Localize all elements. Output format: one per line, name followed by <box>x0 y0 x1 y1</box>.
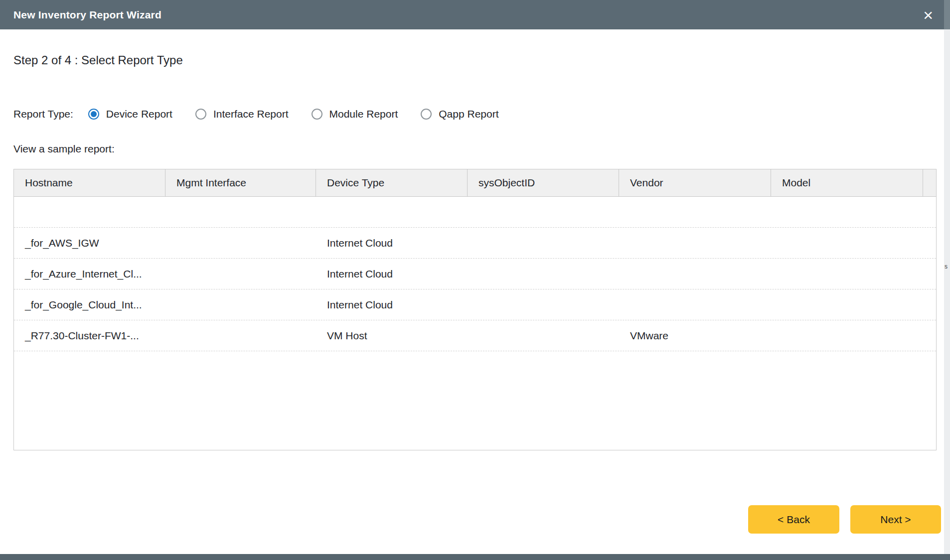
table-row: _for_Google_Cloud_Int... Internet Cloud <box>14 289 936 320</box>
table-header-row: Hostname Mgmt Interface Device Type sysO… <box>14 169 936 197</box>
cell-sysobjectid <box>468 289 619 320</box>
column-header-model[interactable]: Model <box>771 169 923 196</box>
cell-device-type: Internet Cloud <box>316 289 468 320</box>
cell-gutter <box>923 197 936 227</box>
cell-hostname <box>14 197 165 227</box>
radio-option-interface-report[interactable]: Interface Report <box>195 108 289 120</box>
cell-sysobjectid <box>468 320 619 351</box>
cell-mgmt-interface <box>165 289 316 320</box>
cell-device-type <box>316 197 468 227</box>
cell-model <box>771 197 923 227</box>
close-icon[interactable]: × <box>923 6 933 23</box>
table-row: _for_AWS_IGW Internet Cloud <box>14 228 936 259</box>
cell-vendor: VMware <box>619 320 771 351</box>
report-type-label: Report Type: <box>13 108 73 120</box>
cell-sysobjectid <box>468 259 619 289</box>
column-header-device-type[interactable]: Device Type <box>316 169 468 196</box>
cell-gutter <box>923 320 936 351</box>
report-type-row: Report Type: Device Report Interface Rep… <box>13 107 522 122</box>
table-row: _for_Azure_Internet_Cl... Internet Cloud <box>14 259 936 289</box>
radio-option-qapp-report[interactable]: Qapp Report <box>421 108 498 120</box>
column-header-vendor[interactable]: Vendor <box>619 169 771 196</box>
cell-gutter <box>923 259 936 289</box>
cell-hostname: _for_Azure_Internet_Cl... <box>14 259 165 289</box>
cell-device-type: Internet Cloud <box>316 228 468 258</box>
radio-label: Module Report <box>329 108 398 120</box>
table-body: _for_AWS_IGW Internet Cloud _for_Azure_I… <box>14 197 936 351</box>
column-header-sysobjectid[interactable]: sysObjectID <box>468 169 619 196</box>
new-inventory-report-wizard-dialog: New Inventory Report Wizard × Step 2 of … <box>0 0 944 554</box>
table-row: _R77.30-Cluster-FW1-... VM Host VMware <box>14 320 936 351</box>
dialog-title: New Inventory Report Wizard <box>13 9 923 21</box>
cell-hostname: _for_Google_Cloud_Int... <box>14 289 165 320</box>
radio-option-device-report[interactable]: Device Report <box>88 108 172 120</box>
cell-mgmt-interface <box>165 228 316 258</box>
cell-device-type: VM Host <box>316 320 468 351</box>
radio-option-module-report[interactable]: Module Report <box>312 108 398 120</box>
radio-label: Qapp Report <box>439 108 498 120</box>
table-row <box>14 197 936 228</box>
cell-hostname: _for_AWS_IGW <box>14 228 165 258</box>
app-background: s New Inventory Report Wizard × Step 2 o… <box>0 0 950 560</box>
cell-vendor <box>619 197 771 227</box>
cell-mgmt-interface <box>165 197 316 227</box>
next-button[interactable]: Next > <box>850 505 941 534</box>
cell-model <box>771 259 923 289</box>
step-heading: Step 2 of 4 : Select Report Type <box>13 53 183 67</box>
cell-vendor <box>619 228 771 258</box>
background-page-edge: s <box>944 0 950 554</box>
cell-model <box>771 289 923 320</box>
dialog-titlebar: New Inventory Report Wizard × <box>0 0 944 29</box>
cell-mgmt-interface <box>165 320 316 351</box>
sample-report-table: Hostname Mgmt Interface Device Type sysO… <box>13 169 937 450</box>
cell-hostname: _R77.30-Cluster-FW1-... <box>14 320 165 351</box>
radio-icon[interactable] <box>195 109 206 120</box>
table-header-gutter <box>923 169 936 196</box>
background-page-corner <box>944 0 950 29</box>
cell-vendor <box>619 259 771 289</box>
radio-icon[interactable] <box>421 109 432 120</box>
radio-icon[interactable] <box>312 109 322 120</box>
cell-mgmt-interface <box>165 259 316 289</box>
cell-device-type: Internet Cloud <box>316 259 468 289</box>
column-header-mgmt-interface[interactable]: Mgmt Interface <box>165 169 316 196</box>
back-button[interactable]: < Back <box>748 505 839 534</box>
column-header-hostname[interactable]: Hostname <box>14 169 165 196</box>
radio-icon[interactable] <box>88 109 99 120</box>
cell-model <box>771 228 923 258</box>
background-text-fragment: s <box>945 263 948 270</box>
cell-sysobjectid <box>468 228 619 258</box>
radio-label: Device Report <box>106 108 172 120</box>
sample-report-label: View a sample report: <box>13 143 115 155</box>
cell-sysobjectid <box>468 197 619 227</box>
cell-model <box>771 320 923 351</box>
cell-gutter <box>923 228 936 258</box>
cell-gutter <box>923 289 936 320</box>
radio-label: Interface Report <box>213 108 289 120</box>
cell-vendor <box>619 289 771 320</box>
